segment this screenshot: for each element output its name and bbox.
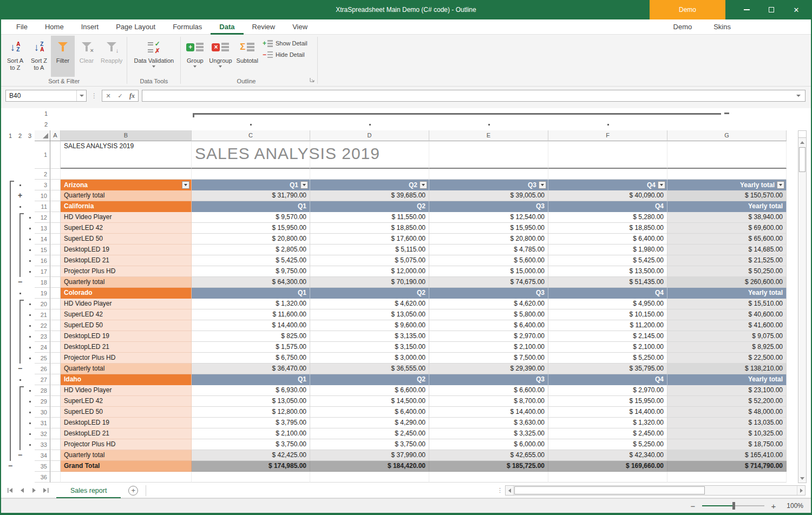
scroll-left-button[interactable] xyxy=(506,486,514,495)
cell-C26[interactable]: $ 36,470.00 xyxy=(192,364,310,374)
cell-D27[interactable]: Q2 xyxy=(310,374,429,385)
row-header-17[interactable]: 17 xyxy=(35,266,50,277)
scroll-right-button[interactable] xyxy=(797,486,805,495)
sort-a-to-z-button[interactable]: ↓AZ Sort Ato Z xyxy=(3,36,27,77)
cell-D25[interactable]: $ 3,000.00 xyxy=(310,353,429,364)
cell-A18[interactable] xyxy=(50,277,61,288)
cell-C35[interactable]: $ 174,985.00 xyxy=(192,461,310,472)
cell-D34[interactable]: $ 37,990.00 xyxy=(310,450,429,461)
cell-E14[interactable]: $ 20,800.00 xyxy=(429,234,548,245)
collapse-group-button[interactable]: − xyxy=(6,461,14,472)
cell-E24[interactable]: $ 2,100.00 xyxy=(429,342,548,353)
cell-B33[interactable]: Projector Plus HD xyxy=(61,439,192,450)
menu-tab-formulas[interactable]: Formulas xyxy=(164,19,211,35)
cell-C28[interactable]: $ 6,930.00 xyxy=(192,385,310,396)
row-header-2[interactable]: 2 xyxy=(35,169,50,180)
menu-item-demo[interactable]: Demo xyxy=(669,23,697,31)
row-header-29[interactable]: 29 xyxy=(35,396,50,407)
cell-C13[interactable]: $ 15,950.00 xyxy=(192,223,310,234)
previous-sheet-button[interactable] xyxy=(21,488,24,493)
cell-G17[interactable]: $ 50,250.00 xyxy=(667,266,787,277)
cell-G29[interactable]: $ 52,200.00 xyxy=(667,396,787,407)
filter-dropdown-button[interactable] xyxy=(777,181,784,189)
cell-A24[interactable] xyxy=(50,342,61,353)
cell-G32[interactable]: $ 10,325.00 xyxy=(667,428,787,439)
column-header-E[interactable]: E xyxy=(429,130,548,141)
close-button[interactable]: ✕ xyxy=(784,0,809,19)
cell-E28[interactable]: $ 6,600.00 xyxy=(429,385,548,396)
cell-D33[interactable]: $ 3,750.00 xyxy=(310,439,429,450)
name-box-dropdown[interactable] xyxy=(76,90,86,101)
collapse-columns-button[interactable] xyxy=(724,113,729,114)
zoom-slider-thumb[interactable] xyxy=(732,502,735,510)
add-sheet-button[interactable]: + xyxy=(128,486,138,496)
row-header-3[interactable]: 3 xyxy=(35,180,50,190)
cell-B35[interactable]: Grand Total xyxy=(61,461,192,472)
cell-G19[interactable]: Yearly total xyxy=(667,288,787,299)
cell-B24[interactable]: DesktopLED 21 xyxy=(61,342,192,353)
cell-A29[interactable] xyxy=(50,396,61,407)
row-header-27[interactable]: 27 xyxy=(35,374,50,385)
sort-z-to-a-button[interactable]: ↓ZA Sort Zto A xyxy=(27,36,51,77)
cell-D14[interactable]: $ 17,600.00 xyxy=(310,234,429,245)
cell-F21[interactable]: $ 10,150.00 xyxy=(548,309,667,320)
cell-E32[interactable]: $ 3,325.00 xyxy=(429,428,548,439)
cell-D21[interactable]: $ 13,050.00 xyxy=(310,309,429,320)
cell-G21[interactable]: $ 40,600.00 xyxy=(667,309,787,320)
cell-A2[interactable] xyxy=(50,169,61,180)
cell-F24[interactable]: $ 2,100.00 xyxy=(548,342,667,353)
expand-group-button[interactable]: + xyxy=(16,190,24,201)
row-header-25[interactable]: 25 xyxy=(35,353,50,364)
cell-F19[interactable]: Q4 xyxy=(548,288,667,299)
cell-G35[interactable]: $ 714,790.00 xyxy=(667,461,787,472)
row-header-13[interactable]: 13 xyxy=(35,223,50,234)
cell-D31[interactable]: $ 4,290.00 xyxy=(310,418,429,428)
cell-F11[interactable]: Q4 xyxy=(548,201,667,212)
group-button[interactable]: + Group xyxy=(183,36,207,77)
cell-D22[interactable]: $ 9,600.00 xyxy=(310,320,429,331)
row-header-33[interactable]: 33 xyxy=(35,439,50,450)
row-header-10[interactable]: 10 xyxy=(35,190,50,201)
cell-B3[interactable]: Arizona xyxy=(61,180,192,190)
cell-A11[interactable] xyxy=(50,201,61,212)
cell-B25[interactable]: Projector Plus HD xyxy=(61,353,192,364)
cell-D28[interactable]: $ 6,600.00 xyxy=(310,385,429,396)
select-all-corner[interactable] xyxy=(35,130,50,141)
menu-tab-data[interactable]: Data xyxy=(211,19,243,35)
cell-F20[interactable]: $ 4,950.00 xyxy=(548,299,667,309)
cell-C34[interactable]: $ 42,425.00 xyxy=(192,450,310,461)
cell-F15[interactable]: $ 1,980.00 xyxy=(548,245,667,255)
cell-F36[interactable] xyxy=(548,472,667,483)
dialog-launcher-button[interactable] xyxy=(310,75,315,85)
cell-D10[interactable]: $ 39,685.00 xyxy=(310,190,429,201)
cell-A26[interactable] xyxy=(50,364,61,374)
cell-C32[interactable]: $ 2,100.00 xyxy=(192,428,310,439)
cancel-entry-button[interactable]: ✕ xyxy=(102,90,114,101)
cell-D24[interactable]: $ 3,150.00 xyxy=(310,342,429,353)
show-detail-button[interactable]: + Show Detail xyxy=(263,40,307,47)
collapse-group-button[interactable]: − xyxy=(16,364,24,374)
cell-A30[interactable] xyxy=(50,407,61,418)
cell-D20[interactable]: $ 4,620.00 xyxy=(310,299,429,309)
cell-B2[interactable] xyxy=(61,169,192,180)
cell-B31[interactable]: DesktopLED 19 xyxy=(61,418,192,428)
cell-E11[interactable]: Q3 xyxy=(429,201,548,212)
cell-A10[interactable] xyxy=(50,190,61,201)
demo-badge-button[interactable]: Demo xyxy=(650,0,725,19)
cell-A17[interactable] xyxy=(50,266,61,277)
cell-G34[interactable]: $ 165,410.00 xyxy=(667,450,787,461)
cell-B29[interactable]: SuperLED 42 xyxy=(61,396,192,407)
cell-A34[interactable] xyxy=(50,450,61,461)
cell-E36[interactable] xyxy=(429,472,548,483)
cell-C14[interactable]: $ 20,800.00 xyxy=(192,234,310,245)
cell-E17[interactable]: $ 15,000.00 xyxy=(429,266,548,277)
row-outline-level-button-3[interactable]: 3 xyxy=(25,130,35,141)
cell-F23[interactable]: $ 2,145.00 xyxy=(548,331,667,342)
row-header-22[interactable]: 22 xyxy=(35,320,50,331)
column-header-D[interactable]: D xyxy=(310,130,429,141)
cell-B18[interactable]: Quarterly total xyxy=(61,277,192,288)
cell-F27[interactable]: Q4 xyxy=(548,374,667,385)
cell-G33[interactable]: $ 18,750.00 xyxy=(667,439,787,450)
next-sheet-button[interactable] xyxy=(32,488,36,493)
collapse-group-button[interactable]: − xyxy=(16,277,24,288)
